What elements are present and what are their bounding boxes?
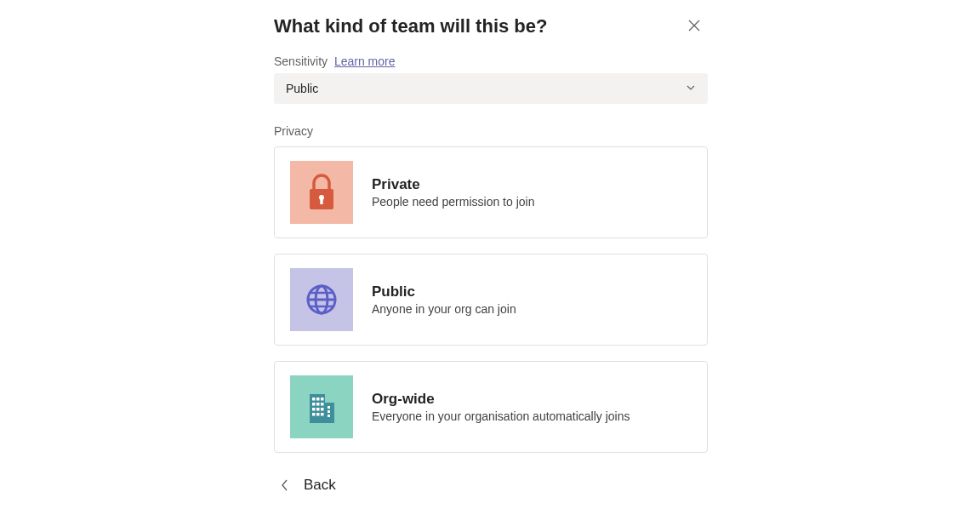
svg-rect-17 — [321, 403, 324, 406]
svg-rect-23 — [321, 413, 324, 416]
option-title: Public — [372, 283, 516, 300]
team-type-dialog: What kind of team will this be? Sensitiv… — [274, 0, 708, 494]
close-icon — [688, 20, 700, 34]
option-desc: Anyone in your org can join — [372, 302, 516, 316]
option-text: Org-wide Everyone in your organisation a… — [372, 391, 630, 423]
back-button[interactable]: Back — [304, 477, 336, 494]
sensitivity-label: Sensitivity — [274, 54, 328, 68]
svg-rect-13 — [316, 398, 320, 401]
svg-rect-20 — [321, 408, 324, 411]
svg-rect-19 — [316, 408, 320, 411]
svg-rect-12 — [312, 398, 316, 401]
svg-rect-22 — [316, 413, 320, 416]
svg-rect-18 — [312, 408, 316, 411]
building-icon — [290, 375, 353, 438]
option-text: Private People need permission to join — [372, 176, 534, 209]
svg-rect-21 — [312, 413, 316, 416]
dropdown-selected-value: Public — [286, 82, 318, 95]
svg-rect-4 — [320, 198, 322, 204]
chevron-left-icon[interactable] — [281, 479, 288, 491]
back-row: Back — [281, 477, 708, 494]
option-title: Private — [372, 176, 534, 193]
option-desc: People need permission to join — [372, 195, 534, 209]
close-button[interactable] — [686, 18, 703, 35]
option-title: Org-wide — [372, 391, 630, 408]
sensitivity-label-row: Sensitivity Learn more — [274, 54, 708, 68]
dialog-title: What kind of team will this be? — [274, 15, 547, 37]
learn-more-link[interactable]: Learn more — [334, 54, 396, 68]
svg-rect-16 — [316, 403, 320, 406]
lock-icon — [290, 161, 353, 224]
dialog-header: What kind of team will this be? — [274, 15, 708, 37]
svg-rect-25 — [328, 410, 330, 413]
privacy-option-private[interactable]: Private People need permission to join — [274, 146, 708, 238]
privacy-label: Privacy — [274, 124, 708, 138]
privacy-option-public[interactable]: Public Anyone in your org can join — [274, 254, 708, 346]
chevron-down-icon — [686, 82, 696, 95]
option-desc: Everyone in your organisation automatica… — [372, 409, 630, 423]
globe-icon — [290, 268, 353, 331]
sensitivity-dropdown[interactable]: Public — [274, 73, 708, 104]
svg-rect-26 — [328, 415, 330, 417]
option-text: Public Anyone in your org can join — [372, 283, 516, 316]
svg-rect-24 — [328, 406, 330, 409]
svg-rect-15 — [312, 403, 316, 406]
svg-rect-14 — [321, 398, 324, 401]
privacy-option-orgwide[interactable]: Org-wide Everyone in your organisation a… — [274, 361, 708, 453]
